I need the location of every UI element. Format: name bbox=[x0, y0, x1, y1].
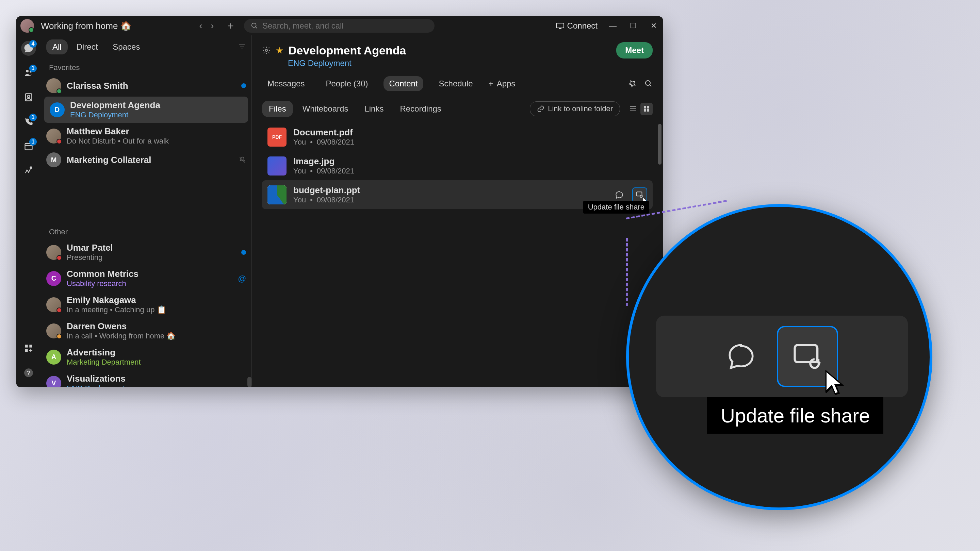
contact-info: Darren OwensIn a call • Working from hom… bbox=[67, 321, 246, 340]
minimize-button[interactable]: — bbox=[608, 21, 618, 30]
filter-icon[interactable] bbox=[238, 43, 246, 50]
favorites-label: Favorites bbox=[41, 59, 251, 75]
contact-avatar bbox=[46, 78, 61, 93]
contact-item[interactable]: Umar PatelPresenting bbox=[41, 239, 251, 265]
contact-info: Umar PatelPresenting bbox=[67, 243, 236, 262]
gear-icon[interactable] bbox=[262, 46, 271, 55]
file-meta: You•09/08/2021 bbox=[293, 138, 647, 147]
tab-schedule[interactable]: Schedule bbox=[434, 76, 479, 91]
nav-rail: 4 1 1 bbox=[16, 35, 41, 387]
update-share-button[interactable] bbox=[632, 187, 647, 202]
file-thumbnail bbox=[267, 185, 286, 205]
file-item[interactable]: budget-plan.pptYou•09/08/2021Update file… bbox=[262, 180, 653, 209]
contact-subtitle: In a meeting • Catching up 📋 bbox=[67, 305, 246, 314]
contact-item[interactable]: Darren OwensIn a call • Working from hom… bbox=[41, 318, 251, 344]
svg-rect-29 bbox=[647, 106, 649, 108]
presence-indicator bbox=[56, 89, 62, 94]
tab-messages[interactable]: Messages bbox=[262, 76, 310, 91]
link-folder-button[interactable]: Link to online folder bbox=[530, 102, 620, 116]
rail-calls[interactable]: 1 bbox=[21, 114, 36, 129]
svg-point-4 bbox=[26, 70, 29, 73]
rail-apps[interactable] bbox=[21, 341, 36, 356]
contact-item[interactable]: Clarissa Smith bbox=[41, 75, 251, 97]
file-actions bbox=[612, 187, 647, 202]
file-name: Document.pdf bbox=[293, 127, 647, 138]
connect-button[interactable]: Connect bbox=[556, 21, 598, 30]
calendar-badge: 1 bbox=[29, 138, 37, 146]
pin-icon[interactable] bbox=[628, 79, 636, 88]
mention-badge: @ bbox=[238, 274, 246, 283]
rail-activity[interactable] bbox=[21, 163, 36, 178]
rail-help[interactable]: ? bbox=[21, 365, 36, 380]
file-item[interactable]: Image.jpgYou•09/08/2021 bbox=[262, 151, 653, 180]
contact-info: AdvertisingMarketing Department bbox=[67, 347, 246, 367]
contact-subtitle: Marketing Department bbox=[67, 358, 246, 367]
contact-item[interactable]: MMarketing Collateral bbox=[41, 149, 251, 171]
sidebar-scrollbar[interactable] bbox=[247, 377, 251, 387]
contact-item[interactable]: Emily NakagawaIn a meeting • Catching up… bbox=[41, 292, 251, 318]
star-icon[interactable]: ★ bbox=[275, 45, 283, 56]
close-button[interactable]: ✕ bbox=[649, 21, 659, 30]
svg-text:?: ? bbox=[27, 369, 30, 376]
search-in-space-icon[interactable] bbox=[644, 79, 653, 88]
contact-info: Clarissa Smith bbox=[67, 81, 236, 91]
contact-name: Advertising bbox=[67, 347, 246, 358]
contact-item[interactable]: AAdvertisingMarketing Department bbox=[41, 344, 251, 370]
contact-subtitle: ENG Deployment bbox=[67, 384, 246, 387]
search-box[interactable] bbox=[244, 19, 434, 33]
contact-item[interactable]: VVisualizationsENG Deployment bbox=[41, 370, 251, 387]
comment-button[interactable] bbox=[612, 187, 627, 202]
svg-line-1 bbox=[256, 27, 257, 29]
zoom-file-row bbox=[656, 316, 908, 397]
contact-item[interactable]: CCommon MetricsUsability research@ bbox=[41, 265, 251, 292]
svg-rect-13 bbox=[25, 345, 28, 348]
view-list-button[interactable] bbox=[627, 103, 639, 115]
user-avatar[interactable] bbox=[21, 19, 34, 33]
svg-point-7 bbox=[27, 95, 30, 98]
contact-avatar: V bbox=[46, 376, 61, 387]
file-meta: You•09/08/2021 bbox=[293, 195, 605, 205]
tab-content[interactable]: Content bbox=[383, 76, 423, 91]
rail-calendar[interactable]: 1 bbox=[21, 139, 36, 154]
meet-button[interactable]: Meet bbox=[616, 42, 653, 59]
subtab-recordings[interactable]: Recordings bbox=[393, 101, 448, 117]
svg-point-0 bbox=[252, 23, 256, 27]
help-icon: ? bbox=[24, 368, 33, 378]
tab-spaces[interactable]: Spaces bbox=[107, 40, 146, 54]
svg-rect-28 bbox=[644, 106, 646, 108]
contact-name: Umar Patel bbox=[67, 243, 236, 253]
nav-forward-icon[interactable]: › bbox=[211, 21, 214, 31]
contact-avatar bbox=[46, 245, 61, 260]
search-icon bbox=[251, 22, 258, 30]
nav-back-icon[interactable]: ‹ bbox=[199, 21, 202, 31]
file-meta: You•09/08/2021 bbox=[293, 167, 647, 176]
contact-item[interactable]: Matthew BakerDo Not Disturb • Out for a … bbox=[41, 123, 251, 149]
sidebar: All Direct Spaces Favorites Clarissa Smi… bbox=[41, 35, 252, 387]
add-apps[interactable]: +Apps bbox=[488, 79, 515, 89]
contact-info: Common MetricsUsability research bbox=[67, 269, 233, 288]
content-scrollbar-thumb[interactable] bbox=[658, 124, 662, 165]
update-share-button[interactable] bbox=[777, 326, 838, 387]
subtab-whiteboards[interactable]: Whiteboards bbox=[296, 101, 355, 117]
rail-chat[interactable]: 4 bbox=[21, 41, 36, 56]
tab-direct[interactable]: Direct bbox=[70, 40, 104, 54]
contact-item[interactable]: DDevelopment AgendaENG Deployment bbox=[44, 97, 248, 123]
link-icon bbox=[537, 105, 544, 113]
rail-teams[interactable]: 1 bbox=[21, 65, 36, 80]
presence-indicator bbox=[56, 139, 62, 144]
new-tab-button[interactable]: + bbox=[227, 20, 234, 32]
search-input[interactable] bbox=[262, 21, 428, 30]
tab-all[interactable]: All bbox=[46, 40, 68, 54]
maximize-button[interactable]: ☐ bbox=[628, 21, 638, 30]
subtab-files[interactable]: Files bbox=[262, 101, 293, 117]
file-item[interactable]: PDFDocument.pdfYou•09/08/2021 bbox=[262, 122, 653, 151]
contact-avatar: C bbox=[46, 271, 61, 286]
user-status[interactable]: Working from home 🏠 bbox=[41, 21, 131, 31]
space-subtitle[interactable]: ENG Deployment bbox=[288, 59, 653, 68]
tooltip: Update file share bbox=[583, 201, 649, 214]
tab-people[interactable]: People (30) bbox=[320, 76, 373, 91]
rail-contacts[interactable] bbox=[21, 90, 36, 105]
view-grid-button[interactable] bbox=[640, 103, 653, 115]
subtab-links[interactable]: Links bbox=[358, 101, 390, 117]
contacts-icon bbox=[24, 92, 33, 102]
